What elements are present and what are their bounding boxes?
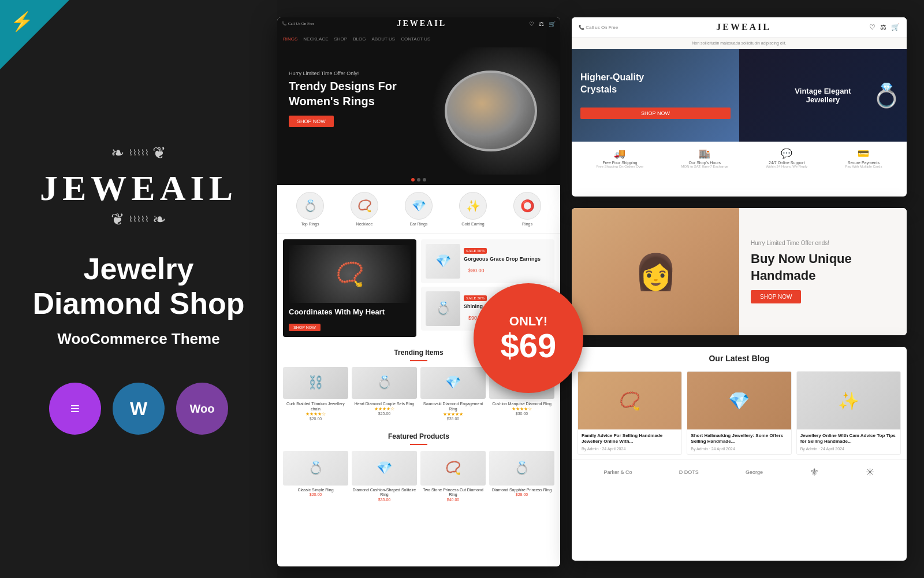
nav-item-shop[interactable]: SHOP [334,36,347,42]
topbar-logo: JEWEAIL [397,19,446,28]
trend-item-1[interactable]: ⛓️ Curb Braided Titanium Jewellery chain… [283,367,348,421]
rb-blog-grid: 📿 Family Advice For Selling Handmade Jew… [572,366,907,460]
hero-banner: Hurry Limited Time Offer Only! Trendy De… [277,47,560,175]
cat-rings2[interactable]: ⭕ Rings [513,192,541,226]
brand-name: JEWEAIL [40,168,237,208]
product-earrings: 💎 SALE 50% Gorgeous Grace Drop Earrings … [421,239,554,283]
featured-grid: 💍 Classic Simple Ring $20.00 💎 Diamond C… [283,451,554,502]
partner-logo-3: George [746,469,763,475]
dot-2[interactable] [417,178,420,181]
feat-item-4[interactable]: 💍 Diamond Sapphire Princess Ring $28.00 [489,451,554,502]
cat-gold-earring[interactable]: ✨ Gold Earring [459,192,487,226]
rm-small-text: Hurry Limited Time Offer ends! [751,240,895,246]
hero-text: Hurry Limited Time Offer Only! Trendy De… [289,71,397,127]
nav-item-contact[interactable]: CONTACT US [401,36,430,42]
rt-header: 📞 Call us On Free JEWEAIL ♡ ⚖ 🛒 [572,17,907,38]
feat-item-2[interactable]: 💎 Diamond Cushion-Shaped Solitaire Ring … [352,451,417,502]
dot-3[interactable] [423,178,426,181]
cat-earrings[interactable]: 💎 Ear Rings [405,192,433,226]
brand-ornament-top: ❧ ⌇⌇⌇⌇⌇ ❦ [111,143,167,162]
elementor-badge[interactable]: ≡ [49,383,101,435]
lightning-icon: ⚡ [10,10,33,32]
trend-item-3[interactable]: 💎 Swarovski Diamond Engagement Ring ★★★★… [420,367,486,421]
product-coordinates: 📿 Coordinates With My Heart SHOP NOW [283,239,416,337]
rm-shop-btn[interactable]: SHOP NOW [751,290,801,303]
ring-graphic [445,71,537,151]
woo-badge[interactable]: Woo [176,383,228,435]
rt-hero-left: Higher-Quality Crystals SHOP NOW [572,49,739,142]
brand-ornament-bottom: ❦ ⌇⌇⌇⌇⌇ ❧ [111,210,167,229]
badge-row: ≡ W Woo [49,383,228,435]
nav-item-blog[interactable]: BLOG [353,36,366,42]
partner-logo-1: Parker & Co [604,469,632,475]
rm-model-image: 👩 [572,208,739,335]
wordpress-badge[interactable]: W [113,383,165,435]
right-bottom-panel: Our Latest Blog 📿 Family Advice For Sell… [572,347,907,561]
featured-section: Featured Products 💍 Classic Simple Ring … [277,427,560,507]
category-strip: 💍 Top Rings 📿 Necklace 💎 Ear Rings ✨ Gol… [277,185,560,234]
trend-item-2[interactable]: 💍 Heart Diamond Couple Sets Ring ★★★★☆ $… [352,367,417,421]
rt-shop-btn[interactable]: SHOP NOW [580,108,731,119]
rb-header: Our Latest Blog [572,347,907,366]
section-divider [410,360,427,361]
partner-logo-5: ✳ [866,466,874,479]
price-badge: ONLY! $69 [474,283,583,393]
hero-image [422,47,560,175]
rt-logo: JEWEAIL [716,22,771,32]
rt-promo-text: Non sollicitudin malesuada sollicitudin … [572,38,907,49]
right-mid-panel: 👩 Hurry Limited Time Offer ends! Buy Now… [572,208,907,335]
feat-item-1[interactable]: 💍 Classic Simple Ring $20.00 [283,451,348,502]
left-panel: ❧ ⌇⌇⌇⌇⌇ ❦ JEWEAIL ❦ ⌇⌇⌇⌇⌇ ❧ Jewelry Diam… [0,0,277,578]
rb-post-2[interactable]: 💎 Short Hallmarking Jewellery: Some Offe… [687,371,791,455]
topbar: 📞 Call Us On Free JEWEAIL ♡ ⚖ 🛒 [277,17,560,30]
nav-item-necklace[interactable]: NECKLACE [303,36,328,42]
featured-title: Featured Products [283,432,554,440]
theme-subtitle: WooCommerce Theme [57,330,219,348]
hero-dots [277,175,560,185]
rt-features: 🚚 Free Four Shipping Free Shipping On Or… [572,142,907,174]
dot-1[interactable] [411,178,415,181]
featured-divider [410,444,427,445]
price-amount: $69 [501,329,557,362]
feat-item-3[interactable]: 📿 Two Stone Princess Cut Diamond Ring $4… [420,451,486,502]
rt-hero: Higher-Quality Crystals SHOP NOW Vintage… [572,49,907,142]
partner-logo-2: D DOTS [679,469,699,475]
rt-feat-shipping: 🚚 Free Four Shipping Free Shipping On Or… [597,148,644,168]
product-shop-btn[interactable]: SHOP NOW [289,324,321,331]
rm-inner: 👩 Hurry Limited Time Offer ends! Buy Now… [572,208,907,335]
rb-post-1[interactable]: 📿 Family Advice For Selling Handmade Jew… [578,371,682,455]
hero-headline: Trendy Designs For Women's Rings [289,79,397,109]
partner-logo-4: ⚜ [810,466,819,479]
nav-item-rings[interactable]: RINGS [283,36,297,42]
nav-item-about[interactable]: ABOUT US [371,36,395,42]
theme-title: Jewelry Diamond Shop [33,252,245,321]
rt-feat-support: 💬 24/7 Online Support Within 24 Hours, W… [766,148,807,168]
rt-feat-hours: 🏬 Our Shop's Hours MON to SAT: 8am-7 Exc… [681,148,728,168]
rm-content: Hurry Limited Time Offer ends! Buy Now U… [739,208,907,335]
right-top-panel: 📞 Call us On Free JEWEAIL ♡ ⚖ 🛒 Non soll… [572,17,907,197]
rb-partner-logos: Parker & Co D DOTS George ⚜ ✳ [572,460,907,484]
rb-post-3[interactable]: ✨ Jewellery Online With Cam Advice Top T… [796,371,901,455]
rt-feat-payments: 💳 Secure Payments Pay With Multiple Card… [845,148,882,168]
rm-headline: Buy Now Unique Handmade [751,251,895,284]
nav-strip: RINGS NECKLACE SHOP BLOG ABOUT US CONTAC… [277,30,560,47]
cat-rings[interactable]: 💍 Top Rings [296,192,324,226]
hero-shop-button[interactable]: SHOP NOW [289,116,334,127]
rt-hero-right: Vintage Elegant Jewellery 💍 [739,49,907,142]
topbar-icons: ♡ ⚖ 🛒 [529,21,556,27]
cat-necklace[interactable]: 📿 Necklace [351,192,378,226]
